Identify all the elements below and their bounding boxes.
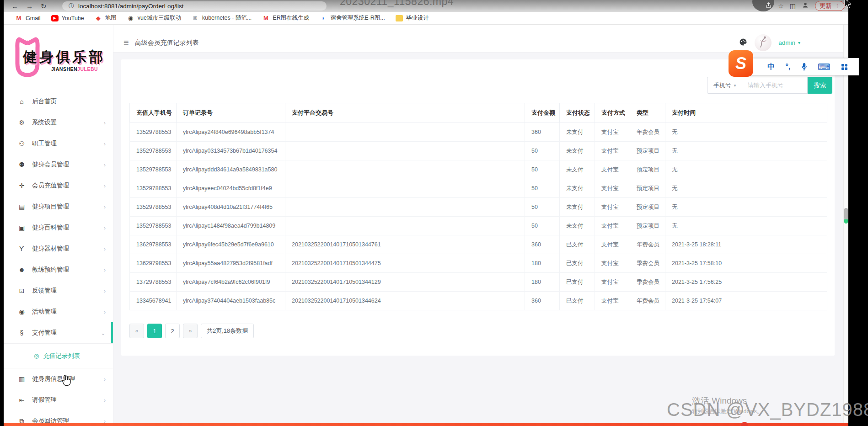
cell-phone: 13529788553	[130, 160, 177, 179]
sidebar-item[interactable]: ⚙系统设置›	[4, 112, 113, 133]
bookmark-item[interactable]: 毕业设计	[396, 14, 429, 22]
username[interactable]: admin	[778, 39, 795, 46]
sidebar-item[interactable]: ▤健身项目管理›	[4, 196, 113, 217]
bookmark-item[interactable]: ▶YouTube	[51, 15, 84, 21]
content-card: 手机号 ▾ 搜索 充值人手机号订单记录号支付平台交易号支付金额支付状态支付方式类…	[121, 59, 835, 356]
next-page-button[interactable]: »	[183, 324, 198, 338]
cell-time: 无	[665, 198, 827, 217]
browser-actions: ☆ ◫ 更新 ⋮	[765, 0, 845, 12]
chevron-down-icon: ⌄	[101, 330, 106, 336]
cell-amount: 50	[525, 142, 560, 160]
sidebar-item[interactable]: ☻教练预约管理›	[4, 259, 113, 280]
cell-txn: 2021032522001401710501344624	[285, 292, 525, 310]
cell-time: 2021-3-25 17:58:10	[665, 254, 827, 273]
equipment-icon: ϒ	[17, 245, 26, 252]
sidebar-item[interactable]: ⇤请假管理›	[4, 389, 113, 410]
bookmark-label: kubernetes - 随笔...	[202, 14, 252, 22]
bookmark-item[interactable]: ◉vue城市三级联动	[127, 14, 181, 22]
table-row: 13529788553ylrcAlipay03134573b67b1d40176…	[130, 142, 827, 160]
chrome-update-button[interactable]: 更新 ⋮	[815, 1, 845, 11]
cell-method: 支付宝	[595, 198, 630, 217]
recharge-icon: ✛	[17, 182, 26, 189]
sidebar-item[interactable]: ⧉会员回访管理›	[4, 410, 113, 423]
cell-time: 无	[665, 142, 827, 160]
scrollbar[interactable]	[843, 24, 848, 423]
sidebar-item[interactable]: ⌂后台首页	[4, 91, 113, 112]
ime-punctuation-toggle[interactable]: °,	[786, 63, 791, 70]
video-progress-bar[interactable]	[4, 423, 848, 426]
sidebar-item[interactable]: ⚉健身会员管理›	[4, 154, 113, 175]
sidebar-item[interactable]: ⚇职工管理›	[4, 133, 113, 154]
member-icon: ⚉	[17, 161, 26, 168]
cell-time: 2021-3-25 18:28:11	[665, 235, 827, 254]
hamburger-icon[interactable]: ≡	[123, 37, 129, 48]
video-playhead[interactable]	[741, 422, 748, 426]
home-icon: ⌂	[17, 98, 26, 105]
admin-app: 健身俱乐部 JIANSHENJULEBU ⌂后台首页⚙系统设置›⚇职工管理›⚉健…	[4, 24, 848, 423]
bookmark-item[interactable]: MER图在线生成	[262, 14, 309, 22]
bookmark-favicon-icon: M	[15, 15, 22, 21]
sidebar-item[interactable]: ⊡反馈管理›	[4, 280, 113, 301]
sidebar-item[interactable]: ϒ健身器材管理›	[4, 238, 113, 259]
search-input[interactable]	[742, 77, 808, 94]
bookmark-item[interactable]: ☸kubernetes - 随笔...	[192, 14, 252, 22]
cell-phone: 13529788553	[130, 217, 177, 235]
cell-amount: 360	[525, 123, 560, 142]
back-icon[interactable]: ←	[11, 3, 18, 10]
user-caret-icon[interactable]: ▾	[798, 40, 800, 45]
sogou-logo-icon[interactable]: S	[729, 50, 753, 77]
sidebar-subitem-recharge-records[interactable]: ◎充值记录列表	[4, 344, 113, 368]
table-row: 13345678941ylrcAlipay37404404aeb1503faab…	[130, 292, 827, 310]
cell-amount: 50	[525, 160, 560, 179]
screen: { "video_overlay": { "title": "20230211_…	[0, 0, 868, 426]
microphone-icon[interactable]	[801, 63, 807, 71]
side-panel-icon[interactable]: ◫	[790, 2, 796, 10]
sidebar-item[interactable]: ◉活动管理›	[4, 301, 113, 322]
prev-page-button[interactable]: «	[129, 324, 144, 338]
cell-order: ylrcAlipay6fec45b29e5d7f6e9a9610	[177, 235, 285, 254]
site-info-icon[interactable]: ⓘ	[69, 2, 74, 10]
keyboard-icon[interactable]: ⌨	[818, 63, 830, 71]
sidebar-item[interactable]: ▥健身房信息管理›	[4, 368, 113, 389]
sidebar-item[interactable]: ▣健身百科管理›	[4, 217, 113, 238]
project-icon: ▤	[17, 203, 26, 210]
bookmark-star-icon[interactable]: ☆	[778, 2, 784, 10]
theme-palette-icon[interactable]	[739, 37, 748, 48]
bookmark-item[interactable]: MGmail	[15, 15, 41, 21]
cell-time: 无	[665, 179, 827, 198]
table-head: 充值人手机号订单记录号支付平台交易号支付金额支付状态支付方式类型支付时间	[130, 103, 827, 123]
profile-icon[interactable]	[802, 1, 809, 11]
chevron-right-icon: ›	[104, 182, 106, 189]
scrollbar-thumb[interactable]	[844, 208, 848, 220]
share-icon[interactable]	[765, 2, 772, 11]
chevron-right-icon: ›	[104, 119, 106, 126]
page-button[interactable]: 1	[147, 324, 162, 338]
chevron-right-icon: ›	[104, 203, 106, 210]
ime-grid-icon[interactable]	[841, 64, 848, 70]
cell-time: 无	[665, 160, 827, 179]
app-logo[interactable]: 健身俱乐部 JIANSHENJULEBU	[4, 24, 113, 91]
search-button[interactable]: 搜索	[808, 77, 832, 94]
search-field-select[interactable]: 手机号 ▾	[707, 77, 742, 94]
reload-icon[interactable]: ↻	[41, 3, 47, 10]
avatar[interactable]	[755, 34, 772, 51]
bookmark-item[interactable]: ◗宿舍管理系统E-R图...	[320, 14, 385, 22]
sidebar-item[interactable]: ✛会员充值管理›	[4, 175, 113, 196]
logo-subtitle-black: JIANSHEN	[51, 66, 77, 72]
menu-dots-icon[interactable]: ⋮	[835, 3, 840, 9]
sidebar-item[interactable]: §支付管理⌄	[4, 322, 113, 343]
cell-status: 已支付	[560, 235, 595, 254]
logo-title: 健身俱乐部	[23, 48, 105, 67]
chevron-right-icon: ›	[104, 309, 106, 315]
sidebar-item-label: 健身百科管理	[32, 224, 104, 232]
ime-language-toggle[interactable]: 中	[767, 63, 775, 70]
page-button[interactable]: 2	[165, 324, 180, 338]
cell-type: 年费会员	[630, 123, 665, 142]
pagination: «12»共2页,18条数据	[129, 324, 254, 338]
select-caret-icon: ▾	[734, 83, 736, 88]
bookmark-item[interactable]: ◆地图	[95, 14, 117, 22]
cell-txn	[285, 179, 525, 198]
forward-icon[interactable]: →	[26, 3, 33, 10]
address-bar[interactable]: ⓘ localhost:8081/admin/payOrderLog/list	[62, 1, 327, 11]
page-title: 高级会员充值记录列表	[135, 39, 199, 47]
